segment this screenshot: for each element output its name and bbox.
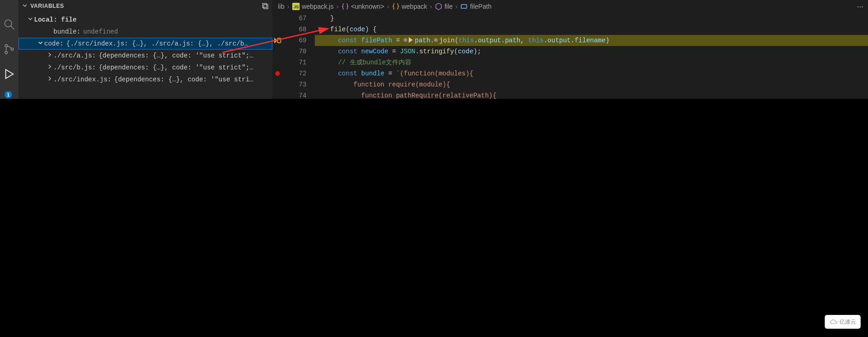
var-name: ./src/b.js:: [53, 64, 96, 71]
code-line[interactable]: const newCode = JSON.stringify(code);: [315, 46, 868, 57]
breakpoint-icon[interactable]: [275, 71, 280, 76]
var-value: {dependences: {…}, code: '"use strict";…: [98, 52, 253, 59]
chevron-right-icon: ›: [336, 3, 339, 10]
var-row-b[interactable]: ./src/b.js: {dependences: {…}, code: '"u…: [18, 62, 272, 74]
watermark: 亿速云: [825, 315, 861, 329]
var-row-code[interactable]: code: {./src/index.js: {…}, ./src/a.js: …: [18, 38, 272, 50]
current-exec-icon: [273, 37, 282, 44]
namespace-icon: [341, 3, 349, 10]
code-line[interactable]: file(code) {: [315, 24, 868, 35]
cloud-icon: [829, 319, 838, 325]
chevron-right-icon: ›: [387, 3, 389, 10]
code-line[interactable]: // 生成bundle文件内容: [315, 57, 868, 68]
inline-value-dot-icon: [404, 38, 407, 42]
code-line-current[interactable]: const filePath = path.join(this.output.p…: [315, 35, 868, 46]
empty-area: [0, 99, 868, 337]
line-gutter: 67 68 69 70 71 72 73 74: [272, 13, 315, 99]
var-value: {dependences: {…}, code: '"use stri…: [114, 76, 253, 83]
chevron-right-icon: ›: [456, 3, 458, 10]
source-control-icon[interactable]: [3, 43, 15, 55]
class-icon: [392, 3, 399, 10]
var-row-index[interactable]: ./src/index.js: {dependences: {…}, code:…: [18, 74, 272, 86]
var-value: {./src/index.js: {…}, ./src/a.js: {…}, .…: [66, 40, 248, 47]
svg-line-1: [11, 26, 14, 29]
inline-play-icon: [409, 37, 413, 43]
chevron-right-icon: [46, 76, 53, 83]
code-line[interactable]: }: [315, 13, 868, 24]
inline-value-dot-icon: [434, 38, 438, 42]
svg-text:JS: JS: [294, 5, 299, 9]
collapse-all-icon[interactable]: [261, 2, 269, 10]
var-name: ./src/a.js:: [53, 52, 96, 59]
js-file-icon: JS: [292, 3, 300, 10]
variables-header[interactable]: VARIABLES: [18, 0, 272, 12]
watermark-text: 亿速云: [839, 318, 856, 326]
svg-rect-10: [278, 38, 281, 43]
breadcrumb-item[interactable]: webpack: [392, 3, 427, 10]
breadcrumb-item[interactable]: filePath: [460, 3, 492, 10]
activity-bar: 1: [0, 0, 18, 99]
code-area[interactable]: 67 68 69 70 71 72 73 74 } file(code) { c…: [272, 13, 868, 99]
chevron-down-icon: [37, 40, 44, 47]
editor-pane: lib › JS webpack.js › <unknown> › webpac…: [272, 0, 868, 99]
svg-rect-6: [264, 5, 268, 9]
code-lines[interactable]: } file(code) { const filePath = path.joi…: [315, 13, 868, 99]
field-icon: [460, 3, 468, 10]
variables-title: VARIABLES: [30, 3, 64, 9]
debug-badge: 1: [5, 91, 12, 98]
svg-rect-5: [263, 4, 267, 8]
breadcrumb-item[interactable]: <unknown>: [341, 3, 384, 10]
var-name: code:: [44, 40, 64, 47]
scope-label: Local: file: [34, 16, 76, 23]
variables-tree: Local: file bundle: undefined code: {./s…: [18, 12, 272, 86]
chevron-down-icon: [27, 16, 34, 23]
svg-rect-9: [461, 5, 467, 8]
var-name: ./src/index.js:: [53, 76, 111, 83]
chevron-down-icon: [22, 3, 28, 10]
chevron-right-icon: ›: [287, 3, 289, 10]
chevron-right-icon: [46, 52, 53, 59]
var-row-a[interactable]: ./src/a.js: {dependences: {…}, code: '"u…: [18, 50, 272, 62]
code-line[interactable]: const bundle = `(function(modules){: [315, 68, 868, 79]
var-value: {dependences: {…}, code: '"use strict";…: [98, 64, 253, 71]
method-icon: [435, 3, 442, 10]
search-icon[interactable]: [3, 18, 15, 30]
svg-point-2: [5, 45, 7, 47]
var-name: bundle:: [53, 28, 81, 35]
breadcrumb-item[interactable]: file: [435, 3, 453, 10]
var-row-bundle[interactable]: bundle: undefined: [18, 26, 272, 38]
var-value: undefined: [83, 28, 118, 35]
svg-point-0: [5, 20, 12, 27]
variables-panel: VARIABLES Local: file bundle: undefined …: [18, 0, 272, 99]
breadcrumb-item[interactable]: lib: [278, 3, 284, 10]
chevron-right-icon: [46, 64, 53, 71]
code-line[interactable]: function require(module){: [315, 79, 868, 90]
breadcrumb-item[interactable]: JS webpack.js: [292, 3, 334, 10]
chevron-right-icon: ›: [430, 3, 432, 10]
more-actions-icon[interactable]: ⋯: [855, 2, 865, 12]
run-debug-icon[interactable]: [3, 68, 15, 80]
breadcrumbs[interactable]: lib › JS webpack.js › <unknown> › webpac…: [272, 0, 868, 13]
scope-row[interactable]: Local: file: [18, 14, 272, 26]
svg-point-3: [5, 51, 7, 54]
